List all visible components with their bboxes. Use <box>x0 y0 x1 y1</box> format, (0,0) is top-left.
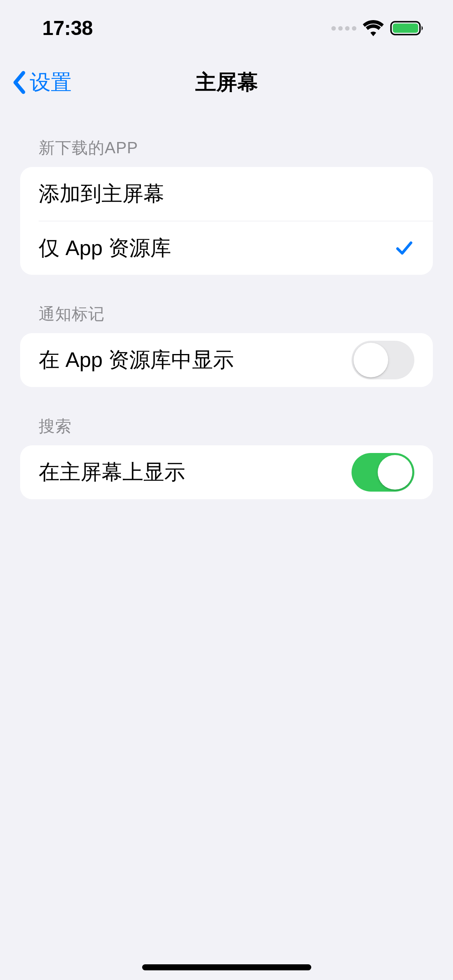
option-app-library-only[interactable]: 仅 App 资源库 <box>39 221 433 275</box>
checkmark-icon <box>394 238 414 258</box>
section-header-badges: 通知标记 <box>20 275 433 333</box>
toggle-show-on-home[interactable] <box>352 453 414 492</box>
nav-bar: 设置 主屏幕 <box>0 56 453 109</box>
option-add-to-home[interactable]: 添加到主屏幕 <box>20 167 433 221</box>
group-new-apps: 添加到主屏幕 仅 App 资源库 <box>20 167 433 275</box>
back-label: 设置 <box>30 68 72 97</box>
status-time: 17:38 <box>42 16 93 40</box>
row-show-in-app-library: 在 App 资源库中显示 <box>20 333 433 387</box>
group-badges: 在 App 资源库中显示 <box>20 333 433 387</box>
battery-icon <box>390 20 425 36</box>
section-header-search: 搜索 <box>20 387 433 445</box>
home-indicator[interactable] <box>142 964 311 970</box>
row-show-on-home: 在主屏幕上显示 <box>20 445 433 499</box>
group-search: 在主屏幕上显示 <box>20 445 433 499</box>
svg-rect-1 <box>393 24 418 33</box>
option-label: 仅 App 资源库 <box>39 234 171 262</box>
back-button[interactable]: 设置 <box>12 68 72 97</box>
wifi-icon <box>363 20 384 36</box>
status-indicators <box>331 20 425 36</box>
section-header-new-apps: 新下载的APP <box>20 109 433 167</box>
content: 新下载的APP 添加到主屏幕 仅 App 资源库 通知标记 在 App 资源库中… <box>0 109 453 499</box>
page-title: 主屏幕 <box>195 68 258 97</box>
toggle-show-in-app-library[interactable] <box>352 341 414 379</box>
row-label: 在 App 资源库中显示 <box>39 346 234 374</box>
status-bar: 17:38 <box>0 0 453 56</box>
row-label: 在主屏幕上显示 <box>39 458 185 486</box>
chevron-left-icon <box>12 70 27 95</box>
cellular-icon <box>331 26 356 31</box>
option-label: 添加到主屏幕 <box>39 180 164 208</box>
